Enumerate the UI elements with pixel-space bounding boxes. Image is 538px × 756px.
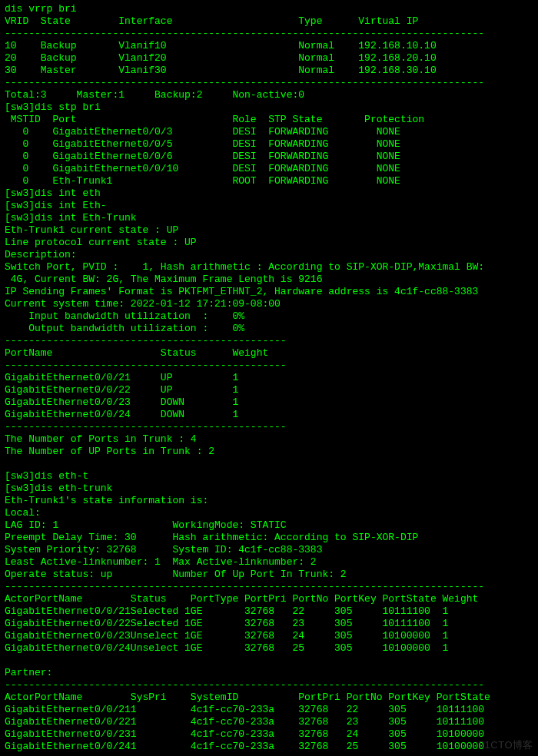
terminal-output: dis vrrp bri VRID State Interface Type V… [0,0,538,756]
watermark: 51CTO博客 [479,739,533,751]
